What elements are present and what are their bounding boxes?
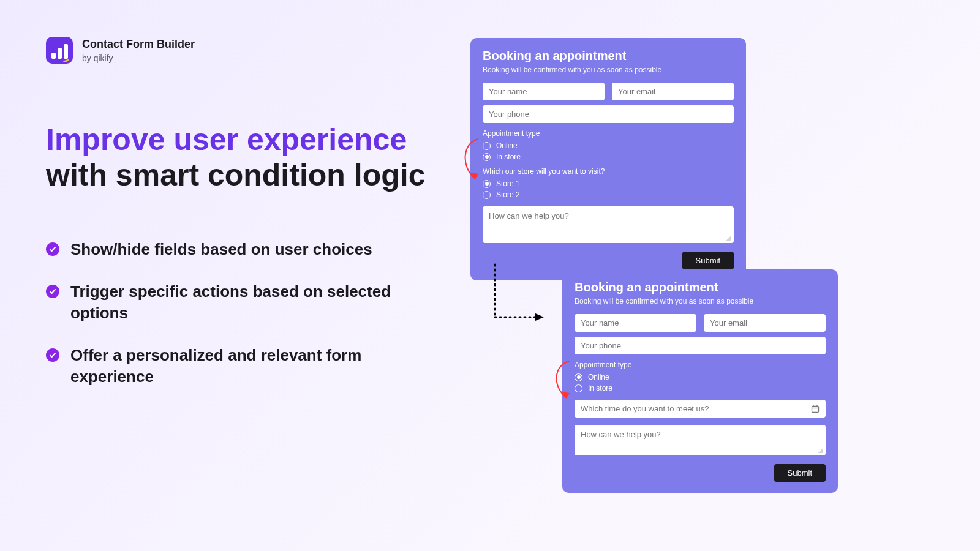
- radio-label: In store: [496, 152, 521, 161]
- radio-instore[interactable]: In store: [483, 152, 734, 161]
- svg-rect-4: [812, 406, 819, 412]
- heading-line-2: with smart condition logic: [46, 158, 425, 192]
- radio-icon: [483, 180, 491, 188]
- radio-icon: [575, 373, 582, 381]
- message-textarea[interactable]: How can we help you?: [575, 425, 826, 455]
- heading-line-1: Improve user experience: [46, 122, 407, 157]
- logo-icon: [46, 37, 73, 64]
- email-input[interactable]: Your email: [612, 83, 734, 100]
- svg-marker-3: [535, 313, 544, 321]
- radio-label: Store 2: [496, 190, 520, 199]
- feature-item: Trigger specific actions based on select…: [46, 281, 426, 324]
- app-title: Contact Form Builder: [82, 38, 195, 51]
- feature-text: Trigger specific actions based on select…: [70, 281, 426, 324]
- radio-instore[interactable]: In store: [575, 384, 826, 392]
- radio-icon: [483, 153, 491, 161]
- appointment-type-label: Appointment type: [575, 361, 826, 369]
- phone-input[interactable]: Your phone: [575, 337, 826, 354]
- message-textarea[interactable]: How can we help you?: [483, 206, 734, 243]
- store-choice-label: Which our store will you want to visit?: [483, 167, 734, 176]
- name-input[interactable]: Your name: [483, 83, 605, 100]
- feature-item: Offer a personalized and relevant form e…: [46, 345, 426, 388]
- check-icon: [46, 242, 59, 256]
- feature-text: Show/hide fields based on user choices: [70, 239, 372, 260]
- form-title: Booking an appointment: [575, 280, 826, 294]
- check-icon: [46, 348, 59, 362]
- radio-online[interactable]: Online: [483, 141, 734, 150]
- radio-icon: [483, 142, 491, 150]
- meeting-time-placeholder: Which time do you want to meet us?: [581, 404, 709, 413]
- meeting-time-input[interactable]: Which time do you want to meet us?: [575, 400, 826, 418]
- radio-label: Online: [496, 141, 518, 150]
- app-byline: by qikify: [82, 53, 195, 63]
- radio-label: Online: [588, 373, 609, 381]
- radio-store2[interactable]: Store 2: [483, 190, 734, 199]
- submit-button[interactable]: Submit: [774, 464, 826, 482]
- check-icon: [46, 285, 59, 298]
- form-preview-instore: Booking an appointment Booking will be c…: [470, 38, 746, 280]
- name-input[interactable]: Your name: [575, 314, 696, 332]
- app-logo: Contact Form Builder by qikify: [46, 37, 195, 64]
- calendar-icon: [811, 405, 820, 413]
- radio-label: Store 1: [496, 179, 520, 188]
- feature-list: Show/hide fields based on user choices T…: [46, 239, 426, 388]
- appointment-type-label: Appointment type: [483, 129, 734, 138]
- radio-icon: [575, 384, 582, 392]
- appointment-type-group: Appointment type Online In store: [575, 361, 826, 392]
- radio-online[interactable]: Online: [575, 373, 826, 381]
- form-preview-online: Booking an appointment Booking will be c…: [562, 269, 838, 493]
- radio-label: In store: [588, 384, 612, 392]
- email-input[interactable]: Your email: [704, 314, 826, 332]
- form-subtitle: Booking will be confirmed with you as so…: [483, 66, 734, 74]
- submit-button[interactable]: Submit: [682, 252, 734, 269]
- feature-item: Show/hide fields based on user choices: [46, 239, 426, 260]
- marketing-heading: Improve user experience with smart condi…: [46, 122, 438, 193]
- store-choice-group: Which our store will you want to visit? …: [483, 167, 734, 199]
- form-title: Booking an appointment: [483, 49, 734, 63]
- feature-text: Offer a personalized and relevant form e…: [70, 345, 426, 388]
- radio-icon: [483, 191, 491, 199]
- phone-input[interactable]: Your phone: [483, 105, 734, 123]
- appointment-type-group: Appointment type Online In store: [483, 129, 734, 161]
- form-subtitle: Booking will be confirmed with you as so…: [575, 297, 826, 305]
- radio-store1[interactable]: Store 1: [483, 179, 734, 188]
